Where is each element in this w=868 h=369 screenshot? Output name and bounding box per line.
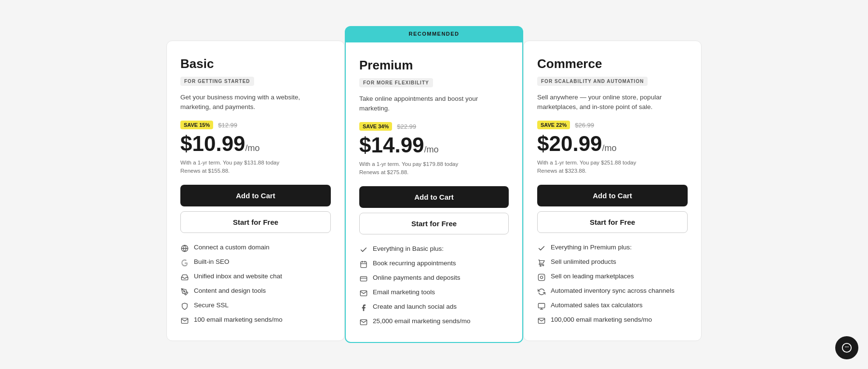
payments-icon [359, 274, 368, 283]
plan-name-premium: Premium [359, 58, 509, 73]
svg-rect-9 [538, 274, 544, 281]
design-icon [180, 287, 189, 296]
plan-tag-premium: For More Flexibility [359, 78, 433, 87]
features-list-basic: Connect a custom domain Built-in SEO Uni… [180, 244, 331, 325]
facebook-icon [359, 303, 368, 312]
feature-item-commerce-4: Automated sales tax calculators [537, 301, 688, 311]
save-badge-basic: SAVE 15% [180, 121, 213, 129]
pricing-container: Basic For Getting Started Get your busin… [145, 26, 723, 343]
plan-description-basic: Get your business moving with a website,… [180, 93, 331, 112]
feature-text-commerce-5: 100,000 email marketing sends/mo [551, 316, 652, 323]
pricing-row-premium: SAVE 34% $22.99 [359, 122, 509, 131]
feature-text-premium-4: Create and launch social ads [373, 303, 457, 310]
feature-item-premium-2: Online payments and deposits [359, 274, 509, 283]
features-list-commerce: Everything in Premium plus: Sell unlimit… [537, 244, 688, 325]
check-icon [537, 244, 546, 253]
start-for-free-button-premium[interactable]: Start for Free [359, 213, 509, 234]
chat-widget[interactable] [835, 336, 858, 359]
feature-text-commerce-1: Sell unlimited products [551, 258, 616, 265]
check-icon [359, 246, 368, 254]
price-note-basic: With a 1-yr term. You pay $131.88 todayR… [180, 159, 331, 176]
feature-item-commerce-0: Everything in Premium plus: [537, 244, 688, 253]
plan-card-basic: Basic For Getting Started Get your busin… [166, 41, 345, 341]
feature-text-commerce-0: Everything in Premium plus: [551, 244, 632, 251]
instagram-icon [537, 273, 546, 282]
feature-text-premium-1: Book recurring appointments [373, 260, 456, 267]
feature-item-basic-0: Connect a custom domain [180, 244, 331, 253]
feature-text-commerce-3: Automated inventory sync across channels [551, 287, 675, 294]
per-mo-premium: /mo [424, 145, 439, 154]
price-note-commerce: With a 1-yr term. You pay $251.88 todayR… [537, 159, 688, 176]
feature-text-basic-4: Secure SSL [194, 301, 229, 309]
plan-card-commerce: Commerce For Scalability and Automation … [523, 41, 702, 341]
feature-text-basic-3: Content and design tools [194, 287, 266, 294]
mail-icon [359, 289, 368, 298]
plan-tag-commerce: For Scalability and Automation [537, 77, 648, 86]
feature-item-basic-2: Unified inbox and website chat [180, 273, 331, 282]
current-price-basic: $10.99/mo [180, 132, 331, 155]
mail-icon [359, 318, 368, 327]
price-note-premium: With a 1-yr term. You pay $179.88 todayR… [359, 160, 509, 177]
svg-point-2 [184, 291, 185, 292]
feature-item-basic-4: Secure SSL [180, 301, 331, 311]
feature-item-basic-3: Content and design tools [180, 287, 331, 296]
feature-item-premium-3: Email marketing tools [359, 288, 509, 298]
tax-icon [537, 302, 546, 311]
plan-card-premium: Premium For More Flexibility Take online… [345, 41, 523, 343]
shield-icon [180, 302, 189, 311]
calendar-icon [359, 260, 368, 269]
start-for-free-button-basic[interactable]: Start for Free [180, 211, 331, 233]
features-list-premium: Everything in Basic plus: Book recurring… [359, 245, 509, 327]
svg-point-15 [845, 346, 846, 347]
pricing-row-commerce: SAVE 22% $26.99 [537, 121, 688, 129]
feature-item-commerce-3: Automated inventory sync across channels [537, 287, 688, 296]
feature-item-basic-1: Built-in SEO [180, 258, 331, 267]
pricing-row-basic: SAVE 15% $12.99 [180, 121, 331, 129]
feature-text-basic-1: Built-in SEO [194, 258, 230, 265]
current-price-commerce: $20.99/mo [537, 132, 688, 155]
feature-text-basic-2: Unified inbox and website chat [194, 273, 282, 280]
svg-point-17 [848, 346, 849, 347]
add-to-cart-button-basic[interactable]: Add to Cart [180, 185, 331, 206]
current-price-premium: $14.99/mo [359, 134, 509, 157]
feature-item-premium-4: Create and launch social ads [359, 303, 509, 312]
google-icon [180, 259, 189, 267]
globe-icon [180, 244, 189, 253]
plan-wrapper-premium: RECOMMENDED Premium For More Flexibility… [345, 26, 523, 343]
svg-rect-11 [538, 303, 544, 308]
feature-item-premium-0: Everything in Basic plus: [359, 245, 509, 254]
plan-description-premium: Take online appointments and boost your … [359, 94, 509, 114]
mail-icon [180, 316, 189, 325]
feature-text-commerce-2: Sell on leading marketplaces [551, 273, 634, 280]
original-price-basic: $12.99 [218, 122, 237, 129]
per-mo-commerce: /mo [602, 143, 617, 153]
feature-item-commerce-2: Sell on leading marketplaces [537, 273, 688, 282]
feature-text-premium-3: Email marketing tools [373, 288, 435, 296]
feature-text-basic-0: Connect a custom domain [194, 244, 270, 251]
plan-name-commerce: Commerce [537, 56, 688, 71]
feature-text-basic-5: 100 email marketing sends/mo [194, 316, 283, 323]
recommended-badge: RECOMMENDED [345, 26, 523, 41]
sync-icon [537, 287, 546, 296]
start-for-free-button-commerce[interactable]: Start for Free [537, 211, 688, 233]
add-to-cart-button-premium[interactable]: Add to Cart [359, 186, 509, 208]
feature-item-premium-1: Book recurring appointments [359, 260, 509, 269]
mail-icon [537, 316, 546, 325]
feature-text-premium-2: Online payments and deposits [373, 274, 461, 281]
inbox-icon [180, 273, 189, 282]
feature-item-basic-5: 100 email marketing sends/mo [180, 316, 331, 325]
feature-text-premium-0: Everything in Basic plus: [373, 245, 444, 252]
save-badge-premium: SAVE 34% [359, 122, 392, 131]
plan-description-commerce: Sell anywhere — your online store, popul… [537, 93, 688, 112]
svg-rect-3 [361, 262, 366, 268]
save-badge-commerce: SAVE 22% [537, 121, 570, 129]
plan-tag-basic: For Getting Started [180, 77, 254, 86]
add-to-cart-button-commerce[interactable]: Add to Cart [537, 185, 688, 206]
feature-item-commerce-1: Sell unlimited products [537, 258, 688, 267]
feature-item-premium-5: 25,000 email marketing sends/mo [359, 317, 509, 327]
store-icon [537, 259, 546, 267]
per-mo-basic: /mo [245, 143, 260, 153]
original-price-commerce: $26.99 [575, 122, 594, 129]
feature-text-premium-5: 25,000 email marketing sends/mo [373, 317, 471, 325]
svg-rect-7 [360, 277, 366, 281]
